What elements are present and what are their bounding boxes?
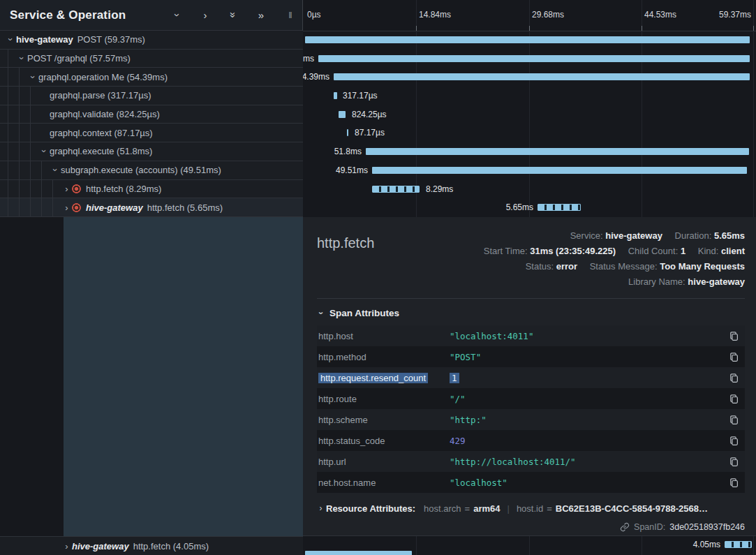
chevron-down-icon[interactable] — [39, 146, 50, 156]
indent-guide — [19, 124, 20, 142]
span-bar[interactable] — [372, 186, 420, 193]
chevron-down-icon[interactable] — [17, 53, 27, 64]
span-bar[interactable] — [305, 36, 750, 43]
tree-row[interactable]: POST /graphql (57.57ms) — [0, 50, 303, 68]
span-bar[interactable] — [305, 551, 412, 555]
chevron-right-icon[interactable] — [61, 184, 72, 194]
tree-row[interactable]: hive-gateway http.fetch (4.05ms) — [0, 536, 303, 555]
span-label: subgraph.execute (accounts) (49.51ms) — [61, 165, 221, 175]
tree-row[interactable]: hive-gateway POST (59.37ms) — [0, 31, 303, 50]
span-id-value: 3de02518937fb246 — [669, 522, 745, 532]
attribute-key: http.request.resend_count — [318, 373, 450, 383]
span-detail-title: http.fetch — [317, 235, 374, 290]
span-bar[interactable] — [372, 167, 747, 174]
indent-guide — [41, 161, 42, 179]
indent-guide — [30, 87, 31, 105]
duration-value: 5.65ms — [714, 230, 745, 241]
indent-guide — [19, 180, 20, 198]
chevron-right-icon[interactable] — [61, 541, 72, 552]
indent-guide — [41, 198, 42, 216]
indent-guide — [8, 68, 8, 86]
span-bar[interactable] — [334, 73, 750, 80]
indent-guide — [19, 142, 20, 161]
indent-guide — [30, 198, 31, 216]
span-attributes-header[interactable]: Span Attributes — [317, 308, 745, 318]
copy-icon[interactable] — [725, 478, 739, 488]
chevron-right-icon — [317, 503, 325, 514]
tree-row[interactable]: graphql.context (87.17µs) — [0, 124, 303, 142]
chevron-down-icon[interactable] — [28, 72, 38, 82]
chevron-right-icon[interactable] — [200, 10, 210, 20]
tree-row-selected[interactable]: hive-gateway http.fetch (5.65ms) — [0, 198, 303, 217]
indent-guide — [19, 198, 20, 216]
span-bar[interactable] — [366, 148, 749, 155]
span-bar[interactable] — [538, 204, 581, 211]
selected-span-highlight-area — [64, 217, 303, 536]
ruler-label: 44.53ms — [644, 10, 676, 20]
indent-guide — [30, 161, 31, 179]
copy-icon[interactable] — [725, 436, 739, 446]
indent-guide — [19, 87, 20, 105]
start-time-label: Start Time: — [484, 246, 528, 256]
copy-icon[interactable] — [725, 331, 739, 341]
double-chevron-down-icon[interactable] — [228, 10, 239, 20]
tree-row[interactable]: subgraph.execute (accounts) (49.51ms) — [0, 161, 303, 180]
span-bar[interactable] — [318, 55, 750, 62]
copy-icon[interactable] — [725, 415, 739, 425]
attribute-row: http.method "POST" — [317, 346, 745, 367]
ruler-tick — [529, 26, 530, 31]
error-status-icon — [72, 184, 81, 193]
copy-icon[interactable] — [725, 352, 739, 362]
copy-icon[interactable] — [725, 457, 739, 467]
attribute-value: "/" — [450, 394, 725, 404]
tree-row[interactable]: graphql.operation Me (54.39ms) — [0, 68, 303, 87]
attribute-row: http.url "http://localhost:4011/" — [317, 451, 745, 472]
attribute-key: http.url — [318, 457, 450, 467]
duration-label: 317.17µs — [343, 87, 378, 105]
span-label: graphql.context (87.17µs) — [50, 128, 153, 138]
double-chevron-right-icon[interactable] — [256, 10, 266, 20]
attribute-value: "POST" — [450, 352, 725, 362]
indent-guide — [19, 105, 20, 124]
waterfall-row: 87.17µs — [303, 124, 756, 142]
waterfall-row: 5.65ms — [303, 198, 756, 217]
duration-label: 49.51ms — [336, 161, 368, 180]
indent-guide — [8, 50, 8, 68]
status-message-label: Status Message: — [590, 261, 658, 272]
duration-label: 54.39ms — [303, 68, 329, 87]
indent-guide — [30, 142, 31, 161]
span-bar[interactable] — [725, 541, 752, 548]
tree-row[interactable]: graphql.parse (317.17µs) — [0, 87, 303, 105]
chevron-right-icon[interactable] — [61, 202, 72, 213]
link-icon[interactable] — [620, 522, 630, 532]
indent-guide — [8, 87, 8, 105]
attribute-key: http.method — [318, 352, 450, 362]
duration-label: 87.17µs — [355, 124, 385, 142]
waterfall-row: 317.17µs — [303, 87, 756, 105]
tree-row[interactable]: graphql.execute (51.8ms) — [0, 142, 303, 161]
span-attributes-table: http.host "localhost:4011" http.method "… — [317, 325, 745, 493]
ruler-label: 29.68ms — [532, 10, 564, 20]
span-bar[interactable] — [347, 129, 348, 136]
attribute-key: http.route — [318, 394, 450, 404]
attribute-key: http.status_code — [318, 436, 450, 446]
copy-icon[interactable] — [725, 394, 739, 404]
chevron-down-icon[interactable] — [6, 34, 16, 45]
tree-row[interactable]: graphql.validate (824.25µs) — [0, 105, 303, 124]
ruler-label: 0µs — [307, 10, 321, 20]
copy-icon[interactable] — [725, 373, 739, 383]
chevron-down-icon[interactable] — [50, 165, 61, 175]
indent-guide — [19, 68, 20, 86]
ruler-label: 14.84ms — [419, 10, 451, 20]
resource-attributes-row[interactable]: Resource Attributes: host.arch = arm64 h… — [317, 503, 745, 514]
attribute-row-highlighted: http.request.resend_count 1 — [317, 367, 745, 388]
chevron-down-icon[interactable] — [172, 10, 183, 20]
chevron-spacer — [39, 109, 50, 119]
waterfall-row: 49.51ms — [303, 161, 756, 180]
span-bar[interactable] — [339, 111, 346, 118]
timeline-panel: 0µs 14.84ms 29.68ms 44.53ms 59.37ms 57.5… — [303, 0, 756, 555]
tree-row[interactable]: http.fetch (8.29ms) — [0, 180, 303, 199]
span-bar[interactable] — [334, 92, 337, 99]
panel-resize-handle[interactable] — [286, 10, 295, 20]
duration-label: 4.05ms — [693, 536, 720, 553]
